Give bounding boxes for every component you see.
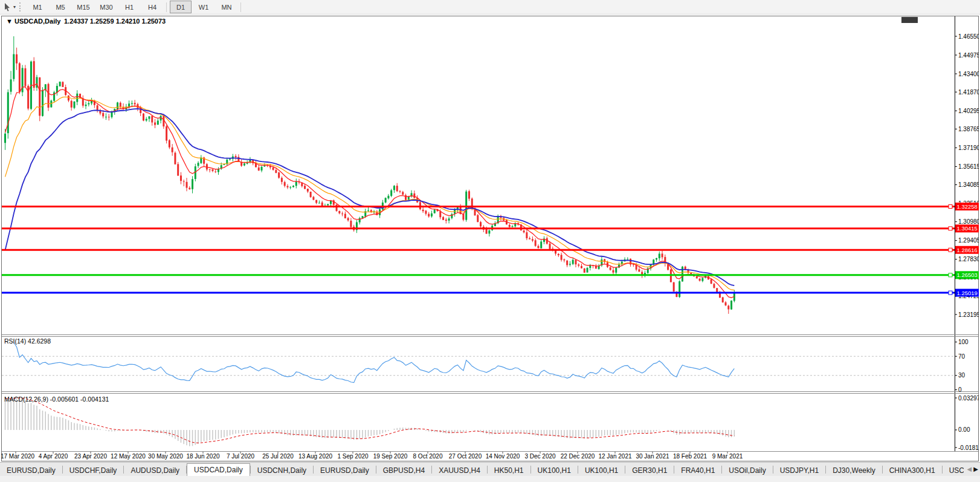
chart-tab-UK100[interactable]: UK100,H1 [578, 465, 625, 477]
hline-handle[interactable] [949, 204, 952, 208]
svg-text:1.40295: 1.40295 [958, 108, 979, 114]
svg-text:1.30415: 1.30415 [957, 225, 978, 232]
svg-text:1.23195: 1.23195 [958, 311, 979, 318]
svg-text:1.32258: 1.32258 [957, 203, 978, 210]
svg-text:100: 100 [958, 339, 969, 345]
timeframe-button-M1[interactable]: M1 [27, 1, 48, 13]
svg-text:13 Aug 2020: 13 Aug 2020 [298, 453, 333, 460]
svg-text:22 Dec 2020: 22 Dec 2020 [561, 453, 595, 460]
svg-text:30 May 2020: 30 May 2020 [148, 453, 183, 460]
svg-text:23 Apr 2020: 23 Apr 2020 [74, 453, 107, 460]
svg-text:4 Apr 2020: 4 Apr 2020 [39, 453, 68, 460]
macd-indicator-label: MACD(12,26,9) -0.005601 -0.004131 [4, 396, 109, 403]
timeframe-button-M15[interactable]: M15 [73, 1, 94, 13]
timeframe-button-MN[interactable]: MN [216, 1, 237, 13]
chart-window[interactable]: 1.465501.449751.434001.418701.402951.387… [1, 16, 979, 461]
chart-tab-USOil[interactable]: USOil,Daily [722, 465, 772, 477]
svg-text:12 May 2020: 12 May 2020 [111, 453, 146, 460]
timeframe-button-H1[interactable]: H1 [118, 1, 140, 13]
timeframe-toolbar: ▾ M1M5M15M30H1H4D1W1MN [0, 0, 980, 15]
hline-handle[interactable] [949, 291, 952, 295]
tab-scroll-left-icon[interactable]: ◀ [967, 466, 972, 472]
chart-tab-EURUSD[interactable]: EURUSD,Daily [314, 465, 376, 477]
svg-text:1.30980: 1.30980 [958, 218, 979, 225]
svg-text:30: 30 [958, 372, 965, 379]
chart-tab-overflow[interactable]: USC [943, 465, 964, 477]
svg-text:70: 70 [958, 353, 965, 360]
svg-text:1.46550: 1.46550 [958, 33, 979, 40]
svg-text:12 Jan 2021: 12 Jan 2021 [598, 453, 631, 460]
chart-tab-USDCAD[interactable]: USDCAD,Daily [187, 463, 250, 477]
svg-text:27 Oct 2020: 27 Oct 2020 [449, 453, 482, 460]
status-strip [0, 476, 980, 482]
rsi-indicator-label: RSI(14) 42.6298 [4, 337, 51, 345]
svg-text:1.28616: 1.28616 [957, 247, 978, 253]
chart-ohlc-values: 1.24337 1.25259 1.24210 1.25073 [64, 18, 166, 25]
chart-tab-USDCNH[interactable]: USDCNH,Daily [251, 465, 313, 477]
svg-text:1.43400: 1.43400 [958, 71, 979, 77]
svg-text:25 Jul 2020: 25 Jul 2020 [262, 453, 294, 460]
svg-text:1.25019: 1.25019 [957, 290, 978, 296]
toolbar-separator [166, 2, 167, 12]
svg-text:1.29405: 1.29405 [958, 237, 979, 244]
cursor-tool-icon[interactable] [3, 2, 13, 12]
svg-text:18 Feb 2021: 18 Feb 2021 [673, 453, 708, 460]
svg-text:1.26503: 1.26503 [957, 272, 978, 278]
svg-text:17 Mar 2020: 17 Mar 2020 [1, 453, 35, 460]
svg-text:1.41870: 1.41870 [958, 89, 979, 96]
chart-tab-EURUSD[interactable]: EURUSD,Daily [0, 465, 62, 477]
chart-tab-AUDUSD[interactable]: AUDUSD,Daily [124, 465, 186, 477]
chart-tab-DJ30[interactable]: DJ30,Weekly [826, 465, 882, 477]
chart-window-border [2, 16, 979, 461]
chart-tab-USDJPY[interactable]: USDJPY,H1 [773, 465, 825, 477]
svg-text:9 Mar 2021: 9 Mar 2021 [712, 453, 743, 460]
chart-tab-FRA40[interactable]: FRA40,H1 [674, 465, 721, 477]
svg-text:19 Sep 2020: 19 Sep 2020 [373, 453, 408, 460]
chart-tab-GBPUSD[interactable]: GBPUSD,H4 [376, 465, 431, 477]
svg-text:0.032972: 0.032972 [958, 395, 979, 402]
svg-text:0: 0 [958, 386, 962, 393]
svg-text:30 Jan 2021: 30 Jan 2021 [636, 453, 669, 460]
chart-title: USDCAD,Daily [15, 18, 61, 25]
chart-tab-CHINA300[interactable]: CHINA300,H1 [883, 465, 942, 477]
chart-tab-bar: EURUSD,DailyUSDCHF,DailyAUDUSD,DailyUSDC… [0, 462, 980, 477]
hline-handle[interactable] [949, 248, 952, 252]
svg-text:1.37190: 1.37190 [958, 145, 979, 151]
toolbar-separator [240, 2, 241, 12]
svg-text:1.35615: 1.35615 [958, 163, 979, 170]
chart-tab-HK50[interactable]: HK50,H1 [488, 465, 530, 477]
hline-handle[interactable] [949, 273, 952, 277]
cursor-tool-caret-icon[interactable]: ▾ [13, 4, 16, 10]
svg-text:1.44975: 1.44975 [958, 52, 979, 59]
chart-context-caret-icon[interactable]: ▼ [6, 18, 13, 25]
hline-handle[interactable] [949, 227, 952, 230]
chart-tab-UK100[interactable]: UK100,H1 [531, 465, 578, 477]
chart-tab-XAUUSD[interactable]: XAUUSD,H4 [432, 465, 487, 477]
svg-text:18 Jun 2020: 18 Jun 2020 [186, 453, 219, 460]
svg-text:1 Sep 2020: 1 Sep 2020 [337, 453, 369, 460]
svg-text:1.34085: 1.34085 [958, 181, 979, 188]
timeframe-button-H4[interactable]: H4 [141, 1, 163, 13]
timeframe-button-D1[interactable]: D1 [170, 1, 192, 13]
chart-top-right-marker[interactable] [901, 17, 918, 23]
svg-text:1.38765: 1.38765 [958, 126, 979, 132]
svg-text:0.00: 0.00 [958, 426, 970, 433]
tab-scroll-right-icon[interactable]: ▶ [973, 466, 978, 472]
svg-text:-0.018154: -0.018154 [958, 445, 979, 451]
tab-scroll-arrows: ◀▶ [965, 466, 978, 472]
timeframe-button-W1[interactable]: W1 [193, 1, 214, 13]
svg-text:1.27830: 1.27830 [958, 256, 979, 262]
toolbar-grip[interactable] [19, 2, 22, 11]
svg-text:7 Jul 2020: 7 Jul 2020 [227, 453, 255, 460]
timeframe-button-M30[interactable]: M30 [95, 1, 117, 13]
chart-tab-USDCHF[interactable]: USDCHF,Daily [63, 465, 124, 477]
svg-text:3 Dec 2020: 3 Dec 2020 [524, 453, 556, 460]
timeframe-button-M5[interactable]: M5 [50, 1, 71, 13]
chart-tab-GER30[interactable]: GER30,H1 [625, 465, 674, 477]
svg-text:8 Oct 2020: 8 Oct 2020 [413, 453, 443, 460]
svg-text:14 Nov 2020: 14 Nov 2020 [486, 453, 520, 460]
